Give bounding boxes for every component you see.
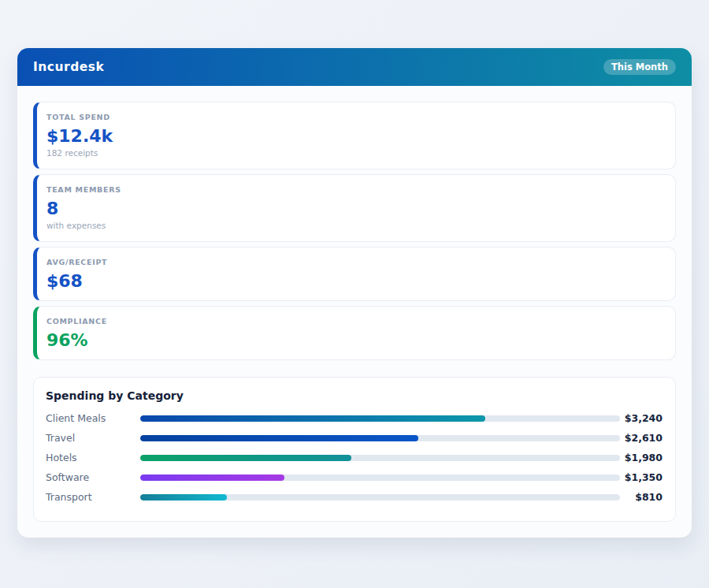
category-bar-fill bbox=[140, 435, 418, 441]
chart-title: Spending by Category bbox=[46, 389, 663, 402]
stat-value: 8 bbox=[46, 199, 666, 218]
stat-value: $68 bbox=[46, 272, 666, 290]
stat-label: TOTAL SPEND bbox=[46, 113, 666, 121]
stat-subtext: 182 receipts bbox=[46, 148, 666, 158]
category-amount: $1,980 bbox=[623, 452, 663, 463]
spending-by-category-card: Spending by Category Client Meals $3,240… bbox=[33, 377, 676, 522]
category-bar-fill bbox=[140, 474, 284, 481]
incurdesk-panel: Incurdesk This Month TOTAL SPEND $12.4k … bbox=[17, 48, 692, 538]
stat-label: COMPLIANCE bbox=[46, 317, 666, 326]
category-bar-fill bbox=[140, 494, 227, 501]
category-bar-fill bbox=[140, 455, 351, 461]
stat-label: TEAM MEMBERS bbox=[46, 185, 666, 194]
stat-card-compliance: COMPLIANCE 96% bbox=[33, 306, 676, 360]
category-bar-track bbox=[140, 474, 620, 481]
category-row: Travel $2,610 bbox=[46, 428, 663, 448]
category-row: Transport $810 bbox=[46, 487, 663, 507]
stat-card-avg-receipt: AVG/RECEIPT $68 bbox=[33, 247, 676, 301]
category-label: Hotels bbox=[46, 452, 140, 463]
category-row: Client Meals $3,240 bbox=[46, 408, 663, 428]
app-title: Incurdesk bbox=[33, 60, 104, 74]
stat-subtext: with expenses bbox=[46, 221, 666, 231]
app-header: Incurdesk This Month bbox=[17, 48, 692, 86]
category-bar-list: Client Meals $3,240 Travel $2,610 Hotels… bbox=[46, 408, 663, 507]
category-row: Software $1,350 bbox=[46, 467, 663, 487]
period-badge[interactable]: This Month bbox=[603, 59, 676, 75]
category-amount: $810 bbox=[623, 491, 663, 503]
category-bar-track bbox=[140, 455, 620, 461]
category-amount: $1,350 bbox=[623, 471, 663, 483]
category-label: Client Meals bbox=[46, 412, 140, 424]
category-bar-track bbox=[140, 435, 620, 441]
category-label: Software bbox=[46, 471, 140, 483]
category-label: Transport bbox=[46, 491, 140, 503]
category-amount: $3,240 bbox=[623, 412, 663, 424]
category-bar-track bbox=[140, 415, 620, 422]
category-label: Travel bbox=[46, 432, 140, 444]
category-row: Hotels $1,980 bbox=[46, 448, 663, 467]
stat-label: AVG/RECEIPT bbox=[46, 258, 666, 266]
category-bar-fill bbox=[140, 415, 485, 422]
stat-value: 96% bbox=[46, 331, 666, 349]
category-amount: $2,610 bbox=[623, 432, 663, 444]
stat-value: $12.4k bbox=[46, 127, 666, 145]
stat-card-total-spend: TOTAL SPEND $12.4k 182 receipts bbox=[33, 102, 676, 169]
stat-card-team-members: TEAM MEMBERS 8 with expenses bbox=[33, 174, 676, 242]
category-bar-track bbox=[140, 494, 620, 501]
dashboard-content: TOTAL SPEND $12.4k 182 receipts TEAM MEM… bbox=[17, 86, 692, 538]
